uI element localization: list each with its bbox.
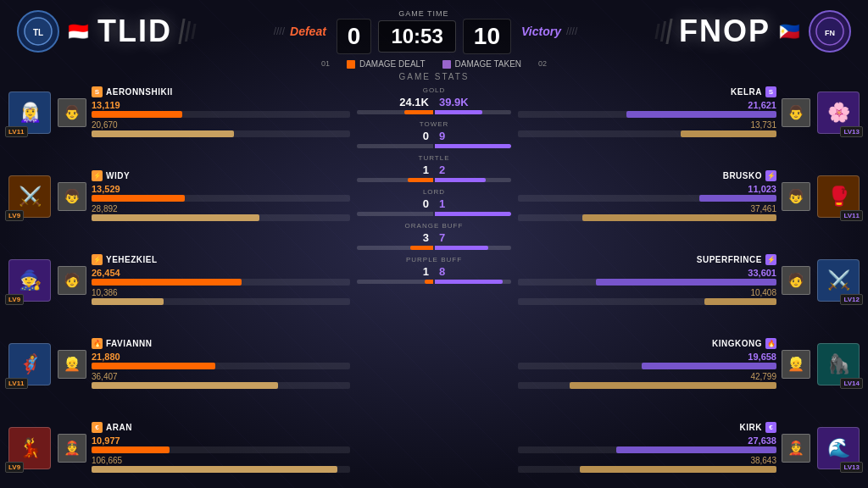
stat-label-4: ORANGE BUFF [357, 222, 511, 230]
player-info-left-0: S AERONNSHIKII 13,119 20,670 [92, 86, 350, 138]
stat-bar-right-2 [435, 178, 486, 182]
players-right: 🌸 LV13 👨 S KELRA 21,621 13,731 [518, 72, 860, 488]
face-right-0: 👨 [782, 98, 810, 127]
face-right-2: 🧑 [782, 266, 810, 295]
stat-val-right-2: 2 [434, 164, 511, 176]
damage-taken-label: DAMAGE TAKEN [455, 59, 522, 69]
main-content: 🧝‍♀️ LV11 👨 S AERONNSHIKII 13,119 20,670 [0, 72, 868, 488]
face-right-1: 👦 [782, 182, 810, 211]
dmg-dealt-right-4: 27,638 [738, 435, 776, 446]
player-left-1: ⚔️ LV9 👦 ⚡ WIDY 13,529 28,892 [8, 169, 350, 224]
level-badge-right-1: LV11 [840, 210, 863, 221]
stat-bar-right-0 [435, 110, 482, 114]
team-logo-fnop: FN [809, 10, 851, 53]
stat-val-left-3: 0 [357, 197, 434, 210]
bar-taken-left-4 [92, 466, 337, 473]
player-name-left-4: ARAN [106, 423, 132, 432]
dmg-dealt-right-2: 33,601 [738, 268, 776, 278]
role-icon-right-0: S [765, 86, 776, 97]
svg-text:FN: FN [825, 29, 835, 37]
bar-taken-left-3 [92, 382, 278, 389]
player-name-right-4: KIRK [740, 423, 762, 432]
player-right-0: 🌸 LV13 👨 S KELRA 21,621 13,731 [518, 85, 860, 140]
dmg-taken-right-4: 38,643 [738, 456, 776, 465]
bar-dealt-right-2 [596, 279, 777, 286]
role-icon-left-2: ⚡ [92, 254, 103, 265]
team-name-left: TLID [97, 14, 172, 49]
player-info-left-3: 🔥 FAVIANNN 21,880 36,407 [92, 338, 350, 390]
damage-dealt-label: DAMAGE DEALT [359, 59, 426, 69]
stat-bar-left-5 [425, 280, 433, 284]
face-left-0: 👨 [58, 98, 86, 127]
player-name-left-3: FAVIANNN [106, 339, 152, 348]
stat-bar-right-4 [435, 246, 488, 250]
face-left-4: 👲 [58, 434, 86, 463]
bar-taken-right-1 [582, 214, 776, 221]
bar-taken-left-0 [92, 130, 234, 137]
legend-damage-dealt: DAMAGE DEALT [347, 59, 426, 69]
level-badge-left-0: LV11 [5, 126, 28, 137]
stat-row-1: TOWER 0 9 [357, 120, 511, 148]
bar-dealt-right-4 [616, 446, 776, 453]
team-logo-tlid: TL [17, 10, 59, 53]
score-box: 0 [337, 19, 372, 54]
dmg-dealt-left-4: 10,977 [92, 435, 130, 446]
player-right-4: 🌊 LV13 👲 € KIRK 27,638 38,643 [518, 420, 860, 475]
stat-bar-right-1 [435, 144, 511, 148]
face-left-1: 👦 [58, 182, 86, 211]
score-box-right: 10 [463, 19, 511, 54]
score-right: 10 [474, 23, 500, 50]
bar-taken-right-2 [704, 298, 776, 305]
bar-dealt-left-2 [92, 279, 242, 286]
score-left: 0 [348, 23, 361, 50]
player-right-2: ⚔️ LV12 🧑 ⚡ SUPERFRINCE 33,601 10,408 [518, 252, 860, 308]
face-right-4: 👲 [782, 434, 810, 463]
player-name-left-2: YEHEZKIEL [106, 255, 158, 264]
level-badge-left-1: LV9 [5, 210, 24, 221]
player-name-left-1: WIDY [106, 171, 130, 180]
role-icon-left-3: 🔥 [92, 338, 103, 349]
player-name-right-1: BRUSKO [723, 171, 762, 180]
player-name-right-0: KELRA [731, 87, 762, 97]
level-badge-right-2: LV12 [840, 294, 863, 305]
stat-label-1: TOWER [357, 120, 511, 128]
stat-row-2: TURTLE 1 2 [357, 154, 511, 182]
bar-dealt-left-3 [92, 363, 215, 369]
dmg-taken-right-3: 42,799 [738, 372, 776, 381]
bar-dealt-right-3 [642, 363, 776, 369]
game-stats-title: GAME STATS [357, 72, 511, 81]
stat-val-left-0: 24.1K [357, 96, 434, 108]
role-icon-right-3: 🔥 [765, 338, 776, 349]
stat-val-left-5: 1 [357, 265, 434, 278]
bar-dealt-right-0 [626, 111, 776, 118]
level-badge-right-3: LV14 [840, 378, 863, 389]
player-info-left-1: ⚡ WIDY 13,529 28,892 [92, 170, 350, 222]
stat-row-0: GOLD 24.1K 39.9K [357, 86, 511, 114]
dmg-dealt-right-3: 19,658 [738, 352, 776, 362]
role-icon-left-4: € [92, 422, 103, 433]
role-icon-right-1: ⚡ [765, 170, 776, 181]
team-right: FN 🇵🇭 FNOP [656, 10, 851, 53]
player-info-right-1: ⚡ BRUSKO 11,023 37,461 [518, 170, 776, 222]
dmg-dealt-left-1: 13,529 [92, 184, 130, 194]
bar-taken-right-4 [580, 466, 776, 473]
legend-damage-taken: DAMAGE TAKEN [442, 59, 522, 69]
stat-label-3: LORD [357, 188, 511, 196]
player-left-3: 🦸 LV11 👱 🔥 FAVIANNN 21,880 36,407 [8, 336, 350, 391]
level-badge-left-4: LV9 [5, 462, 24, 473]
stat-val-right-4: 7 [434, 231, 511, 244]
bar-dealt-left-4 [92, 446, 170, 453]
stat-bar-left-4 [410, 246, 433, 250]
level-badge-left-2: LV9 [5, 294, 24, 305]
game-time-label: GAME TIME [398, 9, 448, 18]
role-icon-right-4: € [765, 422, 776, 433]
player-info-right-0: S KELRA 21,621 13,731 [518, 86, 776, 138]
team-name-right: FNOP [679, 14, 771, 49]
dmg-dealt-left-3: 21,880 [92, 352, 130, 362]
dmg-taken-left-3: 36,407 [92, 372, 130, 381]
player-left-2: 🧙 LV9 🧑 ⚡ YEHEZKIEL 26,454 10,386 [8, 252, 350, 308]
stat-val-left-1: 0 [357, 130, 434, 142]
player-name-left-0: AERONNSHIKII [106, 87, 173, 97]
player-name-right-3: KINGKONG [712, 339, 762, 348]
stat-label-2: TURTLE [357, 154, 511, 162]
